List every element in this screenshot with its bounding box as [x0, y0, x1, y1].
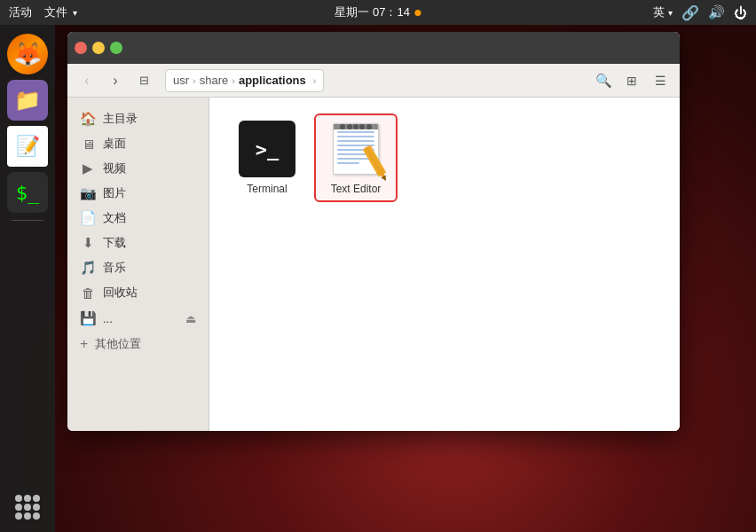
breadcrumb-usr[interactable]: usr: [173, 74, 189, 87]
location-toggle[interactable]: ⊟: [131, 68, 156, 93]
breadcrumb-sep-1: ›: [193, 75, 196, 86]
dock-firefox[interactable]: 🦊: [7, 34, 48, 74]
documents-icon: 📄: [80, 210, 96, 226]
terminal-prompt-symbol: >_: [256, 138, 280, 160]
window-titlebar: [67, 32, 680, 64]
sidebar-item-downloads[interactable]: ⬇ 下载: [67, 231, 209, 255]
apps-grid-icon: [15, 495, 40, 520]
terminal-file-item[interactable]: >_ Terminal: [227, 115, 307, 200]
sidebar-item-desktop[interactable]: 🖥 桌面: [67, 131, 209, 156]
datetime-display: 星期一 07：14: [335, 4, 421, 20]
texteditor-file-item[interactable]: Text Editor: [316, 115, 396, 200]
dock-divider: [12, 220, 43, 221]
terminal-label: Terminal: [247, 183, 287, 195]
window-toolbar: ‹ › ⊟ usr › share › applications › 🔍 ⊞ ☰: [67, 64, 680, 98]
sidebar-item-documents[interactable]: 📄 文档: [67, 206, 209, 231]
power-icon[interactable]: ⏻: [734, 5, 747, 20]
breadcrumb-bar: usr › share › applications ›: [165, 69, 324, 92]
notification-dot: [415, 10, 421, 16]
pictures-icon: 📷: [80, 185, 96, 201]
audio-icon[interactable]: 🔊: [708, 4, 725, 20]
sidebar-item-trash[interactable]: 🗑 回收站: [67, 280, 209, 305]
dock-apps-grid[interactable]: [12, 491, 43, 523]
home-icon: 🏠: [80, 111, 96, 127]
sidebar-item-misc[interactable]: 💾 ... ⏏: [67, 305, 209, 332]
sidebar: 🏠 主目录 🖥 桌面 ▶ 视频 📷 图片 📄 文档 ⬇ 下载: [67, 98, 209, 431]
window-minimize-button[interactable]: [92, 42, 105, 54]
texteditor-icon: [327, 121, 384, 177]
sidebar-item-music[interactable]: 🎵 音乐: [67, 255, 209, 280]
file-manager-window: ‹ › ⊟ usr › share › applications › 🔍 ⊞ ☰…: [67, 32, 680, 431]
notepad-spiral: [334, 124, 378, 129]
window-body: 🏠 主目录 🖥 桌面 ▶ 视频 📷 图片 📄 文档 ⬇ 下载: [67, 98, 680, 431]
topbar: 活动 文件 ▾ 星期一 07：14 英 ▾ 🔗 🔊 ⏻: [0, 0, 756, 25]
search-button[interactable]: 🔍: [591, 68, 616, 93]
terminal-icon: >_: [239, 121, 295, 177]
main-content: >_ Terminal: [209, 98, 680, 431]
view-list-button[interactable]: ☰: [648, 68, 673, 93]
trash-icon: 🗑: [80, 286, 96, 301]
breadcrumb-applications[interactable]: applications: [239, 74, 306, 87]
dock-files[interactable]: 📁: [7, 80, 48, 121]
activities-label[interactable]: 活动: [9, 4, 32, 20]
other-places-label: 其他位置: [95, 336, 141, 352]
videos-icon: ▶: [80, 160, 96, 176]
downloads-icon: ⬇: [80, 235, 96, 251]
breadcrumb-end-arrow: ›: [313, 75, 317, 86]
sidebar-home-label: 主目录: [103, 111, 138, 127]
sidebar-documents-label: 文档: [103, 210, 126, 226]
sidebar-music-label: 音乐: [103, 260, 126, 276]
system-tray: 英 ▾ 🔗 🔊 ⏻: [653, 4, 747, 21]
sidebar-videos-label: 视频: [103, 160, 126, 176]
sidebar-item-home[interactable]: 🏠 主目录: [67, 106, 209, 131]
window-close-button[interactable]: [75, 42, 87, 54]
back-button[interactable]: ‹: [75, 68, 99, 93]
network-icon[interactable]: 🔗: [681, 4, 699, 21]
misc-icon: 💾: [80, 310, 96, 326]
sidebar-downloads-label: 下载: [103, 235, 126, 251]
dock: 🦊 📁 📝 $_: [0, 25, 55, 532]
forward-button[interactable]: ›: [103, 68, 128, 93]
sidebar-misc-label: ...: [103, 312, 113, 325]
eject-button[interactable]: ⏏: [182, 309, 200, 327]
desktop-icon: 🖥: [80, 137, 96, 152]
sidebar-item-pictures[interactable]: 📷 图片: [67, 181, 209, 206]
sidebar-other-places[interactable]: + 其他位置: [67, 332, 209, 356]
sidebar-trash-label: 回收站: [103, 285, 138, 301]
music-icon: 🎵: [80, 260, 96, 276]
window-maximize-button[interactable]: [110, 42, 122, 54]
dock-writer[interactable]: 📝: [7, 126, 48, 167]
lang-indicator[interactable]: 英 ▾: [653, 4, 673, 20]
file-menu[interactable]: 文件 ▾: [44, 4, 77, 20]
view-grid-button[interactable]: ⊞: [619, 68, 644, 93]
texteditor-label: Text Editor: [331, 183, 382, 195]
add-icon: +: [80, 336, 88, 352]
breadcrumb-sep-2: ›: [232, 75, 235, 86]
sidebar-item-videos[interactable]: ▶ 视频: [67, 156, 209, 181]
dock-terminal[interactable]: $_: [7, 172, 48, 213]
breadcrumb-share[interactable]: share: [200, 74, 229, 87]
sidebar-desktop-label: 桌面: [103, 136, 126, 152]
sidebar-pictures-label: 图片: [103, 185, 126, 201]
